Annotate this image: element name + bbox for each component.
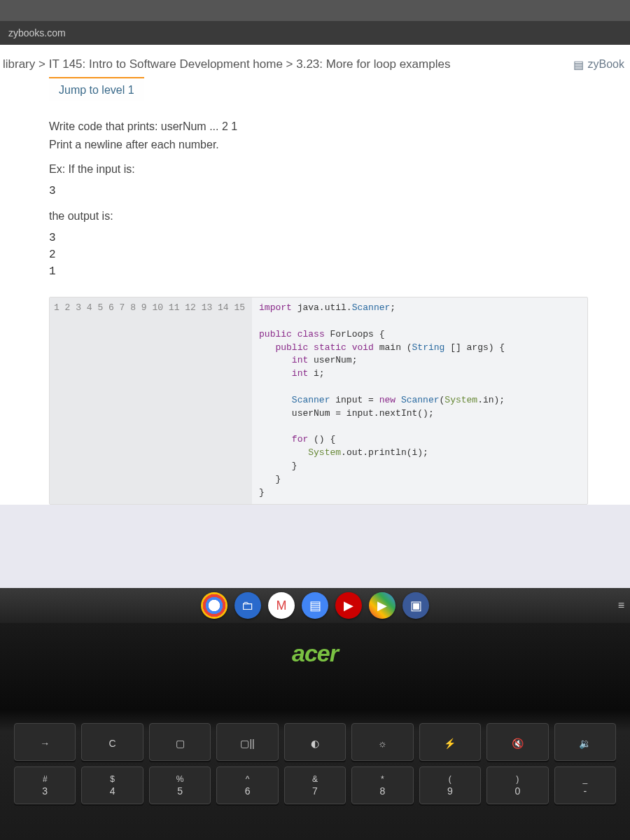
keyboard-key: 🔇 — [486, 723, 548, 761]
jump-to-level-tab[interactable]: Jump to level 1 — [49, 77, 144, 101]
prompt-line-1: Write code that prints: userNum ... 2 1 — [49, 118, 588, 136]
key-row-function: →C▢▢||◐☼⚡🔇🔉 — [14, 723, 616, 761]
url-text: zybooks.com — [8, 27, 66, 38]
taskbar: 🗀 M ▤ ▶ ▶ ▣ ≡ — [0, 588, 630, 623]
book-icon: ▤ — [573, 58, 584, 71]
keyboard-key: ⚡ — [419, 723, 481, 761]
chrome-icon[interactable] — [201, 592, 227, 619]
youtube-icon[interactable]: ▶ — [335, 592, 362, 619]
zybooks-link[interactable]: ▤ zyBook — [573, 58, 624, 71]
files-icon[interactable]: 🗀 — [234, 592, 261, 619]
keyboard-key: #3 — [14, 766, 76, 804]
example-input: 3 — [49, 183, 588, 201]
zybooks-label: zyBook — [588, 58, 624, 71]
keyboard-key: _- — [554, 766, 616, 804]
keyboard-key: %5 — [149, 766, 211, 804]
output-label: the output is: — [49, 207, 588, 225]
code-body[interactable]: import java.util.Scanner; public class F… — [252, 298, 512, 504]
page-content: library > IT 145: Intro to Software Deve… — [0, 45, 630, 505]
gmail-icon[interactable]: M — [268, 592, 295, 619]
example-output: 3 2 1 — [49, 230, 588, 280]
line-number-gutter: 1 2 3 4 5 6 7 8 9 10 11 12 13 14 15 — [50, 298, 252, 504]
prompt-box: Write code that prints: userNum ... 2 1 … — [49, 118, 588, 280]
code-editor[interactable]: 1 2 3 4 5 6 7 8 9 10 11 12 13 14 15 impo… — [49, 297, 588, 505]
challenge-area: Jump to level 1 Write code that prints: … — [0, 77, 630, 505]
keyboard-key: *8 — [351, 766, 413, 804]
browser-tab-strip — [0, 0, 630, 21]
keyboard-key: ☼ — [351, 723, 413, 761]
laptop-bezel: acer →C▢▢||◐☼⚡🔇🔉 #3$4%5^6&7*8(9)0_- — [0, 623, 630, 840]
keyboard-key: ◐ — [284, 723, 346, 761]
breadcrumb[interactable]: library > IT 145: Intro to Software Deve… — [3, 57, 450, 71]
keyboard-key: (9 — [419, 766, 481, 804]
camera-icon[interactable]: ▣ — [402, 592, 429, 619]
keyboard-key: 🔉 — [554, 723, 616, 761]
breadcrumb-bar: library > IT 145: Intro to Software Deve… — [0, 45, 630, 77]
keyboard-key: → — [14, 723, 76, 761]
prompt-line-2: Print a newline after each number. — [49, 136, 588, 154]
docs-icon[interactable]: ▤ — [302, 592, 328, 619]
example-label: Ex: If the input is: — [49, 160, 588, 178]
acer-logo: acer — [292, 640, 338, 667]
keyboard-key: ▢ — [149, 723, 211, 761]
play-store-icon[interactable]: ▶ — [369, 592, 396, 619]
keyboard-key: ▢|| — [216, 723, 278, 761]
taskbar-right: ≡ — [618, 599, 624, 612]
url-bar[interactable]: zybooks.com — [0, 21, 630, 45]
keyboard-key: )0 — [486, 766, 548, 804]
keyboard-key: $4 — [81, 766, 143, 804]
keyboard-key: &7 — [284, 766, 346, 804]
key-row-numbers: #3$4%5^6&7*8(9)0_- — [14, 766, 616, 804]
keyboard-key: ^6 — [216, 766, 278, 804]
keyboard-key: C — [81, 723, 143, 761]
keyboard: →C▢▢||◐☼⚡🔇🔉 #3$4%5^6&7*8(9)0_- — [0, 723, 630, 810]
